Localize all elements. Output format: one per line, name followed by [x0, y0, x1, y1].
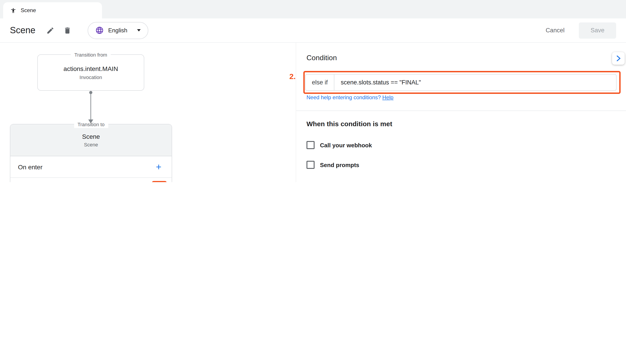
- intent-name: actions.intent.MAIN: [64, 65, 118, 72]
- transition-to-legend: Transition to: [74, 121, 108, 128]
- globe-icon: [95, 26, 104, 35]
- edit-scene-button[interactable]: [45, 25, 55, 35]
- else-if-label: else if: [306, 74, 335, 90]
- when-condition-met-heading: When this condition is met: [307, 120, 392, 128]
- condition-section: Condition + if scene.slots.status == "FI…: [10, 178, 172, 182]
- cancel-button[interactable]: Cancel: [538, 27, 573, 34]
- panel-divider: [296, 110, 626, 111]
- collapse-panel-button[interactable]: [612, 52, 625, 65]
- chevron-down-icon: [137, 29, 141, 32]
- scene-card-header[interactable]: Scene Scene: [10, 124, 172, 156]
- condition-heading: Condition: [307, 54, 337, 62]
- scene-card: Transition to Scene Scene On enter + Con…: [10, 124, 172, 182]
- on-enter-section: On enter +: [10, 156, 172, 178]
- delete-scene-button[interactable]: [62, 25, 72, 35]
- tab-scene[interactable]: Scene: [3, 2, 102, 18]
- transition-from-node[interactable]: Transition from actions.intent.MAIN Invo…: [37, 54, 144, 91]
- condition-detail-panel: Condition else if Need help entering con…: [296, 43, 626, 182]
- transition-from-legend: Transition from: [71, 51, 111, 58]
- help-text: Need help entering conditions?: [307, 94, 381, 101]
- condition-help-line: Need help entering conditions? Help: [307, 94, 393, 101]
- condition-input[interactable]: [335, 74, 616, 90]
- tab-label: Scene: [21, 7, 36, 13]
- call-webhook-label: Call your webhook: [320, 142, 372, 148]
- condition-editor-row: else if: [305, 74, 617, 91]
- call-webhook-checkbox-row[interactable]: Call your webhook: [307, 141, 372, 149]
- chevron-right-icon: [615, 55, 622, 62]
- add-on-enter-button[interactable]: +: [153, 162, 164, 172]
- save-button[interactable]: Save: [579, 22, 616, 38]
- help-link[interactable]: Help: [382, 94, 393, 101]
- on-enter-label: On enter: [18, 163, 42, 170]
- language-selector[interactable]: English: [87, 22, 148, 39]
- tab-bar: Scene: [0, 0, 626, 18]
- actions-console-app: Scene Scene English Cancel Save Transiti…: [0, 0, 626, 182]
- pencil-icon: [46, 26, 54, 34]
- page-title: Scene: [10, 25, 35, 36]
- send-prompts-label: Send prompts: [320, 161, 359, 168]
- call-webhook-checkbox[interactable]: [307, 141, 314, 149]
- scene-card-subtitle: Scene: [84, 142, 98, 147]
- language-label: English: [108, 27, 127, 34]
- send-prompts-checkbox-row[interactable]: Send prompts: [307, 161, 359, 169]
- invocation-person-icon: [10, 7, 16, 13]
- header: Scene English Cancel Save: [0, 18, 626, 43]
- scene-card-title: Scene: [82, 133, 100, 140]
- trash-icon: [63, 26, 71, 34]
- send-prompts-checkbox[interactable]: [307, 161, 314, 169]
- intent-subtitle: Invocation: [79, 74, 102, 80]
